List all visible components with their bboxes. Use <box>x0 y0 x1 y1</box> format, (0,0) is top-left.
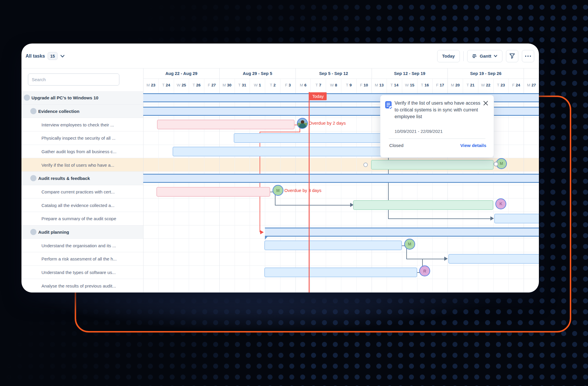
chevron-down-icon <box>494 55 497 57</box>
day-header-cell: M6 <box>295 79 311 91</box>
timeline-week-header: Aug 22 - Aug 29Aug 29 - Sep 5Sep 5 - Sep… <box>143 68 539 79</box>
day-header-cell: W8 <box>326 79 341 91</box>
day-header-cell: W22 <box>478 79 493 91</box>
gantt-bar[interactable] <box>264 240 402 250</box>
day-header-cell: T21 <box>463 79 478 91</box>
day-header-cell: W15 <box>402 79 417 91</box>
gantt-bar[interactable] <box>143 174 539 183</box>
overdue-label: Overdue by 3 days <box>284 188 321 193</box>
arrowhead-icon <box>490 216 494 220</box>
summary-bar-cap <box>265 237 268 240</box>
assignee-avatar[interactable]: M <box>404 239 415 250</box>
day-header-cell: F3 <box>280 79 295 91</box>
search-input[interactable] <box>28 73 119 86</box>
day-header-cell: M30 <box>219 79 235 91</box>
day-header-cell: W1 <box>250 79 265 91</box>
day-header-cell: M20 <box>447 79 463 91</box>
gantt-bar[interactable] <box>353 200 493 210</box>
tooltip-task-dates: 10/09/2021 - 22/09/2021 <box>395 129 442 134</box>
task-row-label: Evidence collection <box>38 108 79 113</box>
close-icon[interactable] <box>482 100 489 106</box>
overdue-label: Overdue by 2 days <box>309 121 346 126</box>
gantt-bar[interactable] <box>156 187 270 197</box>
tooltip-divider <box>389 138 485 139</box>
view-details-link[interactable]: View details <box>460 143 486 148</box>
gantt-bar[interactable] <box>494 214 539 223</box>
task-row-label: Upgrade all PC's to Windows 10 <box>31 95 98 100</box>
toolbar: All tasks 15 Today Gantt <box>21 44 539 68</box>
gantt-bar[interactable] <box>265 228 539 237</box>
task-row-label: Audit planning <box>38 230 69 235</box>
view-switcher-label: Gantt <box>480 54 491 59</box>
avatar-photo-body <box>299 123 306 128</box>
connector-segment <box>388 218 490 219</box>
day-header-cell: M23 <box>143 79 158 91</box>
day-header-cell: F17 <box>432 79 448 91</box>
task-row-label: Interview employees to check their ... <box>41 122 114 127</box>
task-tooltip: Verify if the list of users who have acc… <box>380 95 494 158</box>
day-header-cell: T7 <box>310 79 326 91</box>
tasks-count-badge: 15 <box>48 52 58 60</box>
gantt-bar[interactable] <box>448 254 539 264</box>
filter-button[interactable] <box>506 50 518 62</box>
task-row-label: Gather audit logs from all business c... <box>41 149 116 154</box>
task-row-label: Understand the types of software us... <box>41 270 116 275</box>
arrowhead-icon <box>260 230 264 234</box>
grid-line <box>372 91 372 293</box>
week-header-cell: Sep 19 - Sep 26 <box>447 68 524 78</box>
gantt-bar[interactable] <box>371 160 494 170</box>
day-header-cell: M13 <box>371 79 387 91</box>
connector-segment <box>260 132 300 132</box>
group-progress-circle <box>24 95 30 101</box>
connector-segment <box>406 259 444 259</box>
assignee-avatar[interactable]: K <box>495 198 506 209</box>
task-row-label: Verify if the list of users who have a..… <box>41 162 114 167</box>
arrowhead-icon <box>444 257 448 261</box>
gantt-bar[interactable] <box>234 133 388 143</box>
day-header-cell: T9 <box>341 79 356 91</box>
connector-segment <box>275 205 350 205</box>
task-row-label: Analyse the results of previous audit... <box>41 283 116 288</box>
day-header-cell: T31 <box>235 79 250 91</box>
assignee-avatar[interactable] <box>297 118 308 129</box>
day-header-cell: W25 <box>174 79 189 91</box>
page-background: All tasks 15 Today Gantt <box>0 0 588 386</box>
day-header-cell: F24 <box>508 79 524 91</box>
today-button-label: Today <box>442 54 455 59</box>
week-header-cell: Aug 29 - Sep 5 <box>219 68 295 78</box>
today-line <box>309 92 310 293</box>
group-progress-circle <box>30 108 36 114</box>
day-header-cell: T26 <box>189 79 204 91</box>
gantt-app-window: All tasks 15 Today Gantt <box>21 44 539 293</box>
task-row-label: Physically inspect the security of all .… <box>41 136 116 141</box>
toolbar-divider <box>463 51 464 61</box>
gantt-bar[interactable] <box>264 268 417 277</box>
tooltip-task-title: Verify if the list of users who have acc… <box>395 100 482 120</box>
task-document-icon <box>385 101 393 110</box>
ellipsis-icon <box>525 56 531 57</box>
task-row-label: Audit results & feedback <box>38 176 90 181</box>
more-options-button[interactable] <box>522 50 534 62</box>
view-switcher-button[interactable]: Gantt <box>467 50 502 62</box>
day-header-cell: T2 <box>265 79 280 91</box>
gantt-bar[interactable] <box>157 120 295 129</box>
group-progress-circle <box>30 175 36 181</box>
assignee-avatar[interactable]: M <box>273 185 283 196</box>
task-row-label: Prepare a summary of the audit scope <box>41 216 116 221</box>
filter-funnel-icon <box>509 53 515 59</box>
gantt-bar[interactable] <box>173 147 382 156</box>
grid-line <box>356 91 357 293</box>
timeline-day-header: M23T24W25T26F27M30T31W1T2F3M6T7W8T9F10M1… <box>143 79 539 91</box>
task-row-label: Understand the organisation and its ... <box>41 243 116 248</box>
today-button[interactable]: Today <box>437 50 460 62</box>
search-container <box>28 73 119 86</box>
day-header-cell: F10 <box>356 79 372 91</box>
tasks-filter-label: All tasks <box>26 54 45 59</box>
day-header-cell: M27 <box>524 79 539 91</box>
day-header-cell: T23 <box>493 79 509 91</box>
day-header-cell: T24 <box>158 79 174 91</box>
week-header-cell: Sep 5 - Sep 12 <box>295 68 372 78</box>
task-row-label: Perform a risk assesment of all the h... <box>41 256 117 261</box>
tasks-filter[interactable]: All tasks 15 <box>26 44 65 68</box>
task-row-label: Catalog all the evidence collected a... <box>41 203 115 208</box>
